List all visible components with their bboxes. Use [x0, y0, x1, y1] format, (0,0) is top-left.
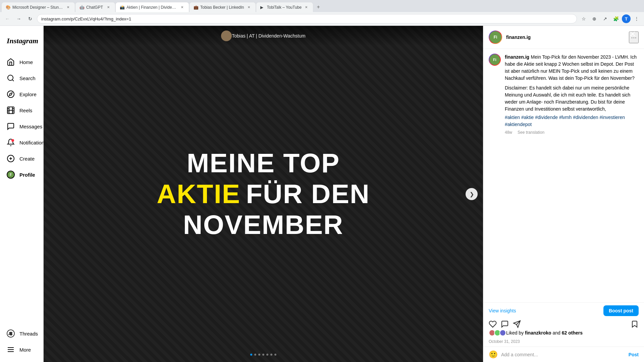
svg-point-0 — [8, 75, 13, 80]
caption-avatar-inner: Fi — [489, 54, 500, 65]
browser-toolbar: ← → ↻ instagram.com/p/CzEvxLVqHu4/?img_i… — [0, 12, 644, 25]
tab-label-2: ChatGPT — [86, 5, 104, 10]
sidebar-item-create[interactable]: Create — [3, 151, 41, 166]
sidebar-label-create: Create — [19, 156, 35, 162]
comment-input[interactable] — [501, 352, 625, 357]
like-button[interactable] — [489, 320, 497, 328]
sidebar-item-search[interactable]: Search — [3, 71, 41, 85]
tab-label-4: Tobias Becker | LinkedIn — [200, 5, 244, 10]
tab-close-2[interactable]: ✕ — [106, 5, 111, 10]
caption-hashtags: #aktien #aktie #dividende #lvmh #dividen… — [505, 114, 639, 128]
tab-label-3: Aktien | Finanzen | Dividende ( — [126, 5, 177, 10]
see-translation-link[interactable]: See translation — [518, 130, 544, 135]
close-button[interactable]: ✕ — [627, 28, 639, 40]
address-bar[interactable]: instagram.com/p/CzEvxLVqHu4/?img_index=1 — [37, 14, 577, 23]
menu-icon[interactable]: ⋮ — [632, 14, 641, 23]
caption-disclaimer: Disclaimer: Es handelt sich dabei nur um… — [505, 84, 639, 113]
post-action-icons — [483, 317, 644, 329]
sidebar-item-more[interactable]: More — [3, 342, 41, 357]
browser-chrome: 🎨 Microsoft Designer – Stunning ✕ 🤖 Chat… — [0, 0, 644, 26]
main-layout: Instagram Home Search — [0, 26, 644, 362]
post-text-container: MEINE TOP AKTIE FÜR DEN NOVEMBER — [150, 141, 377, 247]
boost-post-button[interactable]: Boost post — [603, 305, 639, 316]
sidebar-item-profile[interactable]: F Profile — [3, 167, 41, 182]
tab-close-1[interactable]: ✕ — [65, 5, 71, 10]
bookmark-post-button[interactable] — [631, 320, 639, 328]
post-avatar-inner: Fi — [489, 31, 501, 43]
top-bar-username: Tobias | AT | Dividenden-Wachstum — [232, 33, 305, 39]
post-line2b: FÜR DEN — [246, 179, 370, 209]
share-icon[interactable]: ↗ — [600, 14, 610, 23]
tab-favicon-3: 📸 — [120, 5, 124, 10]
caption-time: 48w — [505, 130, 512, 135]
zoom-icon[interactable]: ⊕ — [590, 14, 599, 23]
sidebar-item-home[interactable]: Home — [3, 55, 41, 69]
comment-button[interactable] — [501, 320, 509, 328]
caption-row: Fi finanzen.ig Mein Top-Pick für den Nov… — [489, 54, 639, 135]
slide-dot-4[interactable] — [262, 354, 264, 356]
slide-dot-2[interactable] — [254, 354, 256, 356]
chrome-profile-button[interactable]: T — [622, 14, 631, 23]
explore-icon — [7, 90, 15, 98]
post-comment-button[interactable]: Post — [629, 352, 639, 357]
home-icon — [7, 58, 15, 66]
new-tab-button[interactable]: + — [313, 2, 323, 12]
emoji-button[interactable]: 🙂 — [489, 350, 498, 359]
sidebar-label-search: Search — [19, 75, 36, 81]
caption-meta: 48w See translation — [505, 130, 639, 135]
browser-tabs: 🎨 Microsoft Designer – Stunning ✕ 🤖 Chat… — [0, 0, 644, 12]
post-line1: MEINE TOP — [157, 148, 370, 179]
tab-close-5[interactable]: ✕ — [304, 5, 309, 10]
post-line2: AKTIE FÜR DEN — [157, 179, 370, 209]
post-image-area: Tobias | AT | Dividenden-Wachstum MEINE … — [44, 26, 483, 362]
messages-icon — [7, 122, 15, 130]
post-action-row: View insights Boost post — [489, 305, 639, 316]
sidebar-label-threads: Threads — [19, 331, 38, 337]
profile-icon: F — [7, 171, 15, 179]
tab-chatgpt[interactable]: 🤖 ChatGPT ✕ — [75, 2, 115, 12]
tab-aktien[interactable]: 📸 Aktien | Finanzen | Dividende ( ✕ — [115, 2, 189, 12]
tab-microsoft-designer[interactable]: 🎨 Microsoft Designer – Stunning ✕ — [1, 2, 75, 12]
tab-label-1: Microsoft Designer – Stunning — [12, 5, 63, 10]
forward-button[interactable]: → — [14, 14, 23, 23]
tab-linkedin[interactable]: 💼 Tobias Becker | LinkedIn ✕ — [189, 2, 256, 12]
sidebar-item-notifications[interactable]: Notifications — [3, 135, 41, 150]
post-line2a: AKTIE — [157, 179, 240, 209]
tab-favicon-2: 🤖 — [79, 5, 84, 10]
svg-marker-3 — [9, 93, 12, 96]
slide-dot-3[interactable] — [258, 354, 260, 356]
slide-dot-5[interactable] — [266, 354, 268, 356]
more-icon — [7, 346, 15, 354]
share-post-button[interactable] — [513, 320, 521, 328]
post-username: finanzen.ig — [506, 35, 625, 40]
tab-favicon-4: 💼 — [194, 5, 198, 10]
sidebar-label-profile: Profile — [19, 172, 35, 178]
extensions-icon[interactable]: 🧩 — [611, 14, 621, 23]
sidebar-item-threads[interactable]: Threads — [3, 326, 41, 341]
tab-youtube[interactable]: ▶ TobiTalk – YouTube ✕ — [256, 2, 314, 12]
sidebar-item-reels[interactable]: Reels — [3, 103, 41, 118]
top-bar-avatar — [221, 31, 232, 41]
threads-icon — [7, 329, 15, 338]
post-panel: Fi finanzen.ig ··· Fi finanzen.ig Mein T… — [483, 26, 644, 362]
view-insights-button[interactable]: View insights — [489, 306, 516, 315]
sidebar-label-notifications: Notifications — [19, 140, 47, 145]
post-body: Fi finanzen.ig Mein Top-Pick für den Nov… — [483, 49, 644, 302]
tab-close-3[interactable]: ✕ — [179, 5, 185, 10]
reload-button[interactable]: ↻ — [25, 14, 35, 23]
tab-close-4[interactable]: ✕ — [246, 5, 252, 10]
slide-next-button[interactable]: ❯ — [466, 188, 478, 200]
toolbar-actions: ☆ ⊕ ↗ 🧩 T ⋮ — [579, 14, 641, 23]
slide-dot-7[interactable] — [274, 354, 276, 356]
sidebar-label-explore: Explore — [19, 92, 37, 97]
sidebar-item-messages[interactable]: Messages — [3, 119, 41, 134]
bookmark-icon[interactable]: ☆ — [579, 14, 588, 23]
slide-dot-1[interactable] — [250, 354, 252, 356]
sidebar-item-explore[interactable]: Explore — [3, 87, 41, 102]
svg-line-1 — [12, 80, 14, 81]
post-header: Fi finanzen.ig ··· — [483, 26, 644, 49]
reels-icon — [7, 106, 15, 114]
back-button[interactable]: ← — [3, 14, 12, 23]
slide-dot-6[interactable] — [270, 354, 272, 356]
caption-avatar: Fi — [489, 54, 501, 66]
